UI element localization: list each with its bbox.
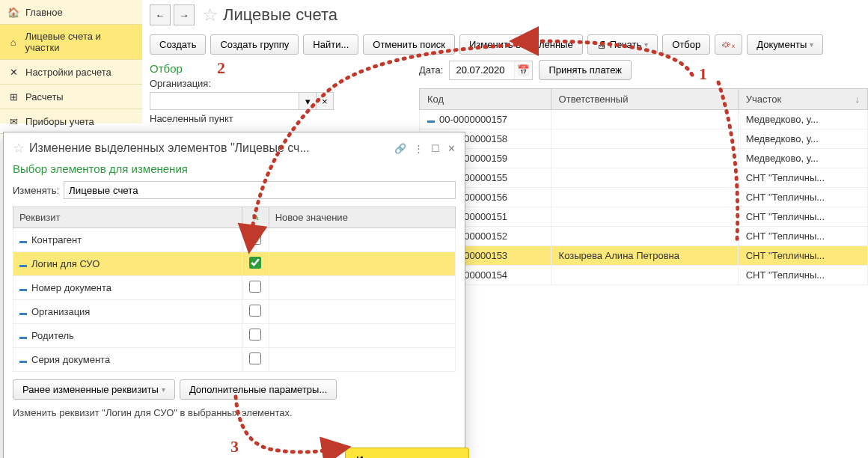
table-row[interactable]: ▬00-0000000159Медведково, у... (420, 149, 868, 168)
date-input[interactable] (450, 61, 514, 79)
sort-asc-icon: ↓ (855, 94, 861, 105)
table-row[interactable]: ▬00-0000000158Медведково, у... (420, 129, 868, 149)
col-section[interactable]: Участок↓ (738, 89, 867, 110)
table-row[interactable]: ▬00-0000000153Козырева Алина ПетровнаСНТ… (420, 246, 868, 266)
col-check[interactable]: ✎ (242, 207, 269, 228)
documents-button[interactable]: Документы (747, 34, 823, 55)
chevron-down-icon: ▾ (305, 96, 311, 107)
organization-input[interactable] (150, 92, 299, 110)
table-row[interactable]: ▬00-0000000157Медведково, у... (420, 110, 868, 129)
sidebar-item-accounts[interactable]: ⌂ Лицевые счета и участки (0, 25, 142, 60)
attribute-checkbox[interactable] (249, 352, 261, 364)
organization-clear-button[interactable]: × (316, 92, 334, 110)
sidebar: 🏠 Главное ⌂ Лицевые счета и участки ✕ На… (0, 0, 142, 123)
attribute-row[interactable]: ▬Контрагент (13, 228, 456, 252)
sidebar-item-label: Расчеты (25, 91, 64, 103)
attributes-table: Реквизит ✎ Новое значение ▬Контрагент▬Ло… (13, 207, 456, 372)
tree-item-icon: ▬ (19, 260, 27, 269)
tree-item-icon: ▬ (19, 284, 27, 293)
organization-label: Организация: (150, 78, 224, 89)
star-icon[interactable]: ☆ (13, 140, 25, 156)
apply-button[interactable]: Изменить реквизиты (345, 448, 469, 458)
home-solid-icon: ⌂ (7, 36, 19, 48)
table-row[interactable]: ▬00-0000000156СНТ "Тепличны... (420, 188, 868, 207)
dialog-subtitle: Выбор элементов для изменения (13, 162, 456, 175)
organization-dropdown-button[interactable]: ▾ (299, 92, 317, 110)
attribute-row[interactable]: ▬Организация (13, 300, 456, 324)
col-attribute[interactable]: Реквизит (13, 207, 242, 228)
sidebar-item-meters[interactable]: ✉ Приборы учета (0, 109, 142, 134)
sidebar-item-calculations[interactable]: ⊞ Расчеты (0, 85, 142, 109)
table-row[interactable]: ▬00-0000000155СНТ "Тепличны... (420, 168, 868, 188)
attribute-row[interactable]: ▬Логин для СУО (13, 252, 456, 276)
star-icon[interactable]: ☆ (202, 4, 218, 25)
printer-icon: 🖨 (597, 39, 607, 50)
pencil-icon: ✎ (251, 212, 260, 223)
create-button[interactable]: Создать (150, 34, 206, 55)
x-icon: × (322, 96, 328, 107)
prev-changed-button[interactable]: Ранее измененные реквизиты (13, 379, 175, 400)
sidebar-item-label: Настройки расчета (25, 67, 111, 78)
status-text: Изменить реквизит "Логин для СУО" в выбр… (13, 407, 456, 418)
link-icon[interactable]: 🔗 (394, 143, 406, 154)
table-row[interactable]: ▬00-0000000154СНТ "Тепличны... (420, 266, 868, 285)
find-button[interactable]: Найти... (303, 34, 358, 55)
tree-item-icon: ▬ (19, 236, 27, 245)
calendar-button[interactable]: 📅 (514, 61, 532, 79)
item-icon: ▬ (427, 116, 435, 124)
attribute-checkbox[interactable] (249, 233, 261, 245)
create-group-button[interactable]: Создать группу (210, 34, 299, 55)
accept-payment-button[interactable]: Принять платеж (539, 60, 632, 80)
attribute-checkbox[interactable] (249, 257, 261, 269)
nav-back-button[interactable]: ← (150, 4, 171, 25)
sidebar-item-label: Главное (25, 7, 63, 18)
close-icon[interactable]: ✕ (447, 143, 456, 154)
col-responsible[interactable]: Ответственный (551, 89, 738, 110)
sidebar-item-label: Лицевые счета и участки (25, 31, 135, 53)
sidebar-item-label: Приборы учета (25, 116, 94, 127)
dialog-title: Изменение выделенных элементов "Лицевые … (29, 141, 394, 155)
title-bar: ← → ☆ Лицевые счета (150, 0, 868, 30)
home-icon: 🏠 (7, 6, 19, 18)
page-title: Лицевые счета (223, 5, 337, 25)
change-selected-button[interactable]: Изменить выделенные (459, 34, 583, 55)
more-icon[interactable]: ⋮ (414, 143, 424, 154)
calculator-icon: ⊞ (7, 91, 19, 103)
table-row[interactable]: ▬00-0000000151СНТ "Тепличны... (420, 207, 868, 227)
attribute-checkbox[interactable] (249, 305, 261, 317)
filter-button[interactable]: Отбор (662, 34, 710, 55)
attribute-row[interactable]: ▬Серия документа (13, 348, 456, 372)
settlement-label: Населенный пункт (150, 113, 233, 124)
calendar-icon: 📅 (517, 64, 530, 76)
print-button[interactable]: 🖨Печать (587, 34, 658, 55)
additional-params-button[interactable]: Дополнительные параметры... (180, 379, 337, 400)
arrow-left-icon: ← (155, 10, 165, 21)
toolbar: Создать Создать группу Найти... Отменить… (150, 30, 868, 59)
change-type-input[interactable] (64, 181, 456, 199)
date-label: Дата: (419, 64, 443, 76)
change-elements-dialog: ☆ Изменение выделенных элементов "Лицевы… (3, 132, 465, 458)
sidebar-item-main[interactable]: 🏠 Главное (0, 0, 142, 25)
accounts-table: Код Ответственный Участок↓ ▬00-000000015… (419, 88, 868, 285)
attribute-row[interactable]: ▬Родитель (13, 324, 456, 348)
col-code[interactable]: Код (420, 89, 551, 110)
arrow-right-icon: → (179, 10, 189, 21)
clear-filter-button[interactable]: ⛮ₓ (715, 34, 742, 55)
col-newvalue[interactable]: Новое значение (269, 207, 455, 228)
funnel-x-icon: ⛮ₓ (721, 39, 736, 50)
nav-forward-button[interactable]: → (174, 4, 195, 25)
attribute-checkbox[interactable] (249, 281, 261, 293)
tree-item-icon: ▬ (19, 332, 27, 341)
maximize-icon[interactable]: ☐ (431, 143, 440, 154)
sidebar-item-calc-settings[interactable]: ✕ Настройки расчета (0, 60, 142, 85)
change-label: Изменять: (13, 185, 59, 196)
attribute-row[interactable]: ▬Номер документа (13, 276, 456, 300)
attribute-checkbox[interactable] (249, 329, 261, 341)
tree-item-icon: ▬ (19, 308, 27, 317)
cancel-search-button[interactable]: Отменить поиск (363, 34, 455, 55)
table-row[interactable]: ▬00-0000000152СНТ "Тепличны... (420, 227, 868, 246)
date-section: Дата: 📅 Принять платеж (419, 60, 632, 80)
tree-item-icon: ▬ (19, 356, 27, 364)
settings-icon: ✕ (7, 66, 19, 78)
meter-icon: ✉ (7, 115, 19, 127)
